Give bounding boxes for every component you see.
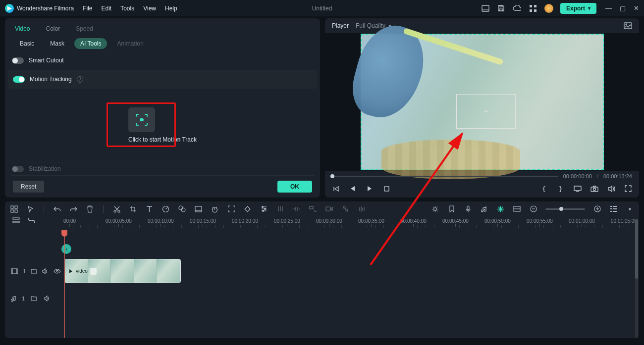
minimize-button[interactable]: — [605, 5, 612, 11]
svg-rect-6 [530, 9, 532, 12]
playhead[interactable] [64, 230, 65, 338]
zoom-in-icon[interactable] [593, 205, 601, 213]
subtab-animation: Animation [111, 38, 149, 49]
mute-icon[interactable] [42, 267, 49, 275]
start-motion-track-button[interactable] [128, 107, 155, 132]
subtab-basic[interactable]: Basic [14, 38, 40, 49]
mute-icon[interactable] [43, 294, 52, 302]
speed-ramp-icon[interactable] [211, 205, 219, 213]
scrub-track[interactable] [332, 176, 558, 177]
tracking-box[interactable]: ＋ [456, 94, 516, 129]
maximize-button[interactable]: ▢ [620, 5, 626, 11]
ruler-tick: 00:00:40:00 [400, 218, 427, 227]
menu-help[interactable]: Help [165, 5, 177, 12]
folder-icon[interactable] [30, 294, 38, 302]
text-icon[interactable] [145, 205, 154, 213]
player-topbar: Player Full Quality ▾ [325, 18, 639, 33]
snapshot-button[interactable] [590, 185, 598, 193]
cloud-icon[interactable] [513, 4, 522, 13]
smart-render-icon[interactable] [496, 205, 505, 213]
marker-tool-icon[interactable] [341, 205, 350, 213]
marker-handle[interactable]: ‹ [61, 244, 71, 254]
reset-button[interactable]: Reset [13, 181, 44, 193]
play-button[interactable] [366, 185, 374, 193]
crop-icon[interactable] [129, 205, 137, 213]
display-icon[interactable] [574, 185, 582, 193]
audio-mixer-icon[interactable] [480, 205, 488, 213]
motion-tracking-help-icon[interactable]: ? [77, 76, 83, 83]
ratio-icon[interactable] [10, 205, 18, 213]
save-icon[interactable] [497, 4, 506, 13]
inspector-tabs: Video Color Speed [5, 18, 320, 35]
link-icon[interactable] [27, 216, 36, 225]
zoom-slider[interactable] [545, 208, 585, 210]
keyframe-icon[interactable] [243, 205, 252, 213]
video-preview[interactable]: ＋ [361, 34, 604, 170]
player-panel: Player Full Quality ▾ ＋ 00:00:00:00 / 00… [325, 18, 639, 197]
select-tool-icon[interactable] [26, 205, 35, 213]
menu-view[interactable]: View [143, 5, 156, 12]
audio-detach-icon[interactable] [309, 205, 317, 213]
fullscreen-icon[interactable] [624, 185, 632, 193]
track-view-icon[interactable] [12, 216, 20, 225]
tab-video[interactable]: Video [14, 22, 31, 35]
zoom-out-icon[interactable] [529, 205, 537, 213]
svg-rect-20 [15, 210, 17, 212]
auto-reframe-icon[interactable] [227, 205, 235, 213]
inspector-panel: Video Color Speed Basic Mask AI Tools An… [5, 18, 320, 197]
tracks-area[interactable]: ‹ video [63, 230, 639, 338]
ruler[interactable]: 00:0000:00:05:0000:00:10:0000:00:15:0000… [63, 216, 639, 230]
ruler-tick: 00:00:25:00 [274, 218, 300, 227]
subtab-mask[interactable]: Mask [44, 38, 70, 49]
layout-icon[interactable] [481, 4, 490, 13]
account-icon[interactable] [544, 4, 553, 13]
subtab-ai-tools[interactable]: AI Tools [74, 38, 107, 49]
voiceover-icon[interactable] [464, 205, 472, 213]
zoom-slider-handle[interactable] [559, 207, 563, 211]
tab-color[interactable]: Color [45, 22, 61, 35]
play-backward-button[interactable] [349, 185, 357, 193]
audio-sync-icon[interactable] [358, 205, 366, 213]
timeline-more-icon[interactable]: ▾ [626, 205, 634, 213]
audio-track-row[interactable] [63, 285, 639, 312]
color-match-icon[interactable] [178, 205, 186, 213]
undo-icon[interactable] [53, 205, 61, 213]
motion-tracking-toggle[interactable] [13, 76, 25, 83]
mark-in-icon[interactable]: { [540, 185, 548, 193]
smart-cutout-toggle[interactable] [12, 57, 24, 64]
menu-file[interactable]: File [83, 5, 92, 12]
scrub-handle[interactable] [330, 174, 334, 178]
visibility-icon[interactable] [54, 267, 61, 275]
export-button[interactable]: Export ▾ [560, 3, 596, 14]
speed-edit-icon[interactable] [161, 205, 170, 213]
svg-point-15 [593, 188, 596, 191]
redo-icon[interactable] [69, 205, 78, 213]
track-size-icon[interactable] [513, 205, 521, 213]
audio-stretch-icon[interactable] [292, 205, 301, 213]
apps-icon[interactable] [529, 4, 537, 13]
ok-button[interactable]: OK [277, 181, 312, 193]
prev-frame-button[interactable] [332, 185, 340, 193]
record-vo-icon[interactable] [325, 205, 333, 213]
menu-tools[interactable]: Tools [120, 5, 134, 12]
timeline-options-icon[interactable] [609, 205, 618, 213]
snapshot-icon[interactable] [624, 22, 632, 29]
svg-rect-7 [534, 9, 537, 12]
stop-button[interactable] [382, 185, 390, 193]
menu-edit[interactable]: Edit [102, 5, 112, 12]
video-track-row[interactable]: video [63, 257, 639, 285]
scrollbar-thumb[interactable] [635, 219, 638, 279]
render-preview-icon[interactable] [431, 205, 439, 213]
video-clip[interactable]: video [64, 259, 181, 283]
mark-out-icon[interactable]: } [557, 185, 565, 193]
timeline-scrollbar[interactable] [635, 219, 638, 338]
delete-icon[interactable] [86, 205, 94, 213]
audio-mix-icon[interactable] [276, 205, 284, 213]
cut-icon[interactable] [112, 205, 121, 213]
adjust-icon[interactable] [260, 205, 268, 213]
marker-bookmark-icon[interactable] [447, 205, 456, 213]
folder-icon[interactable] [31, 267, 37, 275]
keyframe-panel-icon[interactable] [194, 205, 203, 213]
close-button[interactable]: ✕ [634, 5, 639, 11]
volume-icon[interactable] [607, 185, 615, 193]
